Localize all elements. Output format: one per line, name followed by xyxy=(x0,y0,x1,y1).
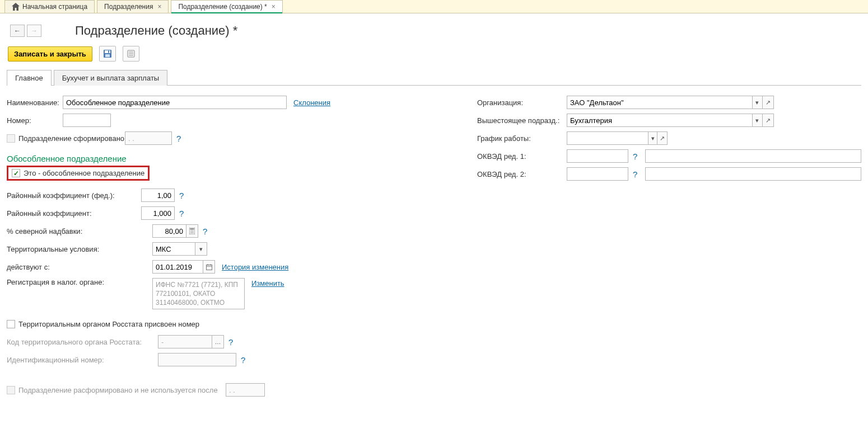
number-input[interactable] xyxy=(63,114,111,127)
coef-fed-input[interactable] xyxy=(141,189,175,202)
list-button[interactable] xyxy=(123,46,139,62)
nav-forward-button[interactable]: → xyxy=(27,25,41,37)
nav-back-button[interactable]: ← xyxy=(10,25,25,37)
dropdown-button[interactable]: ▾ xyxy=(195,242,207,256)
left-column: Наименование: Склонения Номер: Подраздел… xyxy=(7,91,466,401)
declension-link[interactable]: Склонения xyxy=(293,98,330,107)
okved2-desc-input[interactable] xyxy=(645,167,861,181)
disband-label: Подразделение расформировано и не исполь… xyxy=(18,386,226,394)
close-icon[interactable]: × xyxy=(157,3,161,11)
form-tab-bar: Главное Бухучет и выплата зарплаты xyxy=(7,69,861,86)
schedule-label: График работы: xyxy=(477,134,567,143)
right-column: Организация: ▾ ↗ Вышестоящее подразд.: ▾… xyxy=(466,91,861,401)
svg-rect-9 xyxy=(190,229,194,230)
org-label: Организация: xyxy=(477,98,567,107)
help-icon[interactable]: ? xyxy=(179,209,184,218)
close-icon[interactable]: × xyxy=(272,3,276,11)
dropdown-button[interactable]: ▾ xyxy=(648,131,658,145)
coef-fed-label: Районный коэффициент (фед.): xyxy=(7,191,141,200)
rosstat-label: Территориальным органом Росстата присвое… xyxy=(18,320,199,328)
section-title: Обособленное подразделение xyxy=(7,154,466,163)
toolbar: Записать и закрыть xyxy=(0,46,868,69)
tab-main[interactable]: Главное xyxy=(7,70,52,86)
dropdown-button[interactable]: ▾ xyxy=(752,114,763,127)
okved2-input[interactable] xyxy=(567,167,628,181)
okved1-label: ОКВЭД ред. 1: xyxy=(477,152,567,161)
list-icon xyxy=(127,49,136,58)
rosstat-checkbox[interactable] xyxy=(7,320,15,328)
parent-input[interactable] xyxy=(567,114,752,127)
tab-department-create[interactable]: Подразделение (создание) *× xyxy=(171,0,282,13)
svg-rect-2 xyxy=(105,54,110,57)
terr-input[interactable] xyxy=(152,242,195,256)
svg-rect-3 xyxy=(108,51,109,53)
name-input[interactable] xyxy=(63,96,287,109)
parent-label: Вышестоящее подразд.: xyxy=(477,116,567,125)
open-button[interactable]: ↗ xyxy=(763,114,774,127)
north-label: % северной надбавки: xyxy=(7,227,152,235)
svg-point-15 xyxy=(193,232,194,233)
tab-home[interactable]: Начальная страница xyxy=(4,0,95,13)
help-icon[interactable]: ? xyxy=(241,355,245,365)
tab-departments[interactable]: Подразделения× xyxy=(97,0,169,13)
help-icon[interactable]: ? xyxy=(179,191,184,200)
name-label: Наименование: xyxy=(7,98,63,107)
disband-date-input[interactable] xyxy=(226,383,265,397)
org-input[interactable] xyxy=(567,96,752,109)
tab-home-label: Начальная страница xyxy=(22,3,87,11)
save-button[interactable] xyxy=(99,46,116,62)
formed-date-input[interactable] xyxy=(125,131,172,145)
help-icon[interactable]: ? xyxy=(176,134,181,143)
coef-input[interactable] xyxy=(141,206,175,220)
ident-label: Идентификационный номер: xyxy=(7,356,158,364)
number-label: Номер: xyxy=(7,116,63,125)
okved1-input[interactable] xyxy=(567,149,628,163)
help-icon[interactable]: ? xyxy=(633,169,637,179)
help-icon[interactable]: ? xyxy=(633,152,637,161)
valid-from-label: действуют с: xyxy=(7,263,152,271)
ident-input[interactable] xyxy=(158,353,236,366)
help-icon[interactable]: ? xyxy=(203,227,207,236)
svg-point-12 xyxy=(193,230,194,232)
svg-point-14 xyxy=(192,232,193,233)
top-tab-bar: Начальная страница Подразделения× Подраз… xyxy=(0,0,868,13)
north-input[interactable] xyxy=(152,224,186,238)
svg-rect-16 xyxy=(206,265,212,270)
schedule-input[interactable] xyxy=(567,131,648,145)
valid-from-input[interactable] xyxy=(152,260,203,274)
calendar-icon[interactable] xyxy=(203,260,215,274)
floppy-icon xyxy=(103,49,112,58)
rosstat-code-label: Код территориального органа Росстата: xyxy=(7,338,158,346)
calculator-icon[interactable] xyxy=(186,224,198,238)
okved1-desc-input[interactable] xyxy=(645,149,861,163)
tax-reg-value: ИФНС №7721 (7721), КПП 772100101, ОКАТО … xyxy=(152,278,245,309)
tab-label: Подразделения xyxy=(104,3,153,11)
is-separate-checkbox[interactable] xyxy=(12,169,20,177)
open-button[interactable]: ↗ xyxy=(657,131,668,145)
save-close-button[interactable]: Записать и закрыть xyxy=(8,46,92,62)
svg-point-10 xyxy=(190,230,192,232)
page-title: Подразделение (создание) * xyxy=(75,23,237,38)
ellipsis-button[interactable]: … xyxy=(212,335,224,348)
page-header: ← → Подразделение (создание) * xyxy=(0,13,868,46)
formed-label: Подразделение сформировано xyxy=(18,134,125,143)
help-icon[interactable]: ? xyxy=(228,337,233,347)
svg-rect-1 xyxy=(105,50,110,53)
svg-point-13 xyxy=(190,232,192,233)
form-body: Наименование: Склонения Номер: Подраздел… xyxy=(0,86,868,407)
coef-label: Районный коэффициент: xyxy=(7,209,141,218)
change-link[interactable]: Изменить xyxy=(251,279,284,288)
rosstat-code-input[interactable] xyxy=(158,335,212,348)
dropdown-button[interactable]: ▾ xyxy=(752,96,763,109)
open-button[interactable]: ↗ xyxy=(763,96,774,109)
formed-checkbox[interactable] xyxy=(7,134,15,143)
history-link[interactable]: История изменения xyxy=(222,263,288,271)
disband-checkbox[interactable] xyxy=(7,386,15,394)
terr-label: Территориальные условия: xyxy=(7,245,152,253)
svg-point-11 xyxy=(192,230,193,232)
tab-accounting[interactable]: Бухучет и выплата зарплаты xyxy=(54,70,168,86)
tab-label: Подразделение (создание) * xyxy=(178,3,267,11)
separate-checkbox-highlight: Это - обособленное подразделение xyxy=(7,166,150,181)
is-separate-label: Это - обособленное подразделение xyxy=(24,169,144,177)
tax-reg-label: Регистрация в налог. органе: xyxy=(7,278,152,286)
